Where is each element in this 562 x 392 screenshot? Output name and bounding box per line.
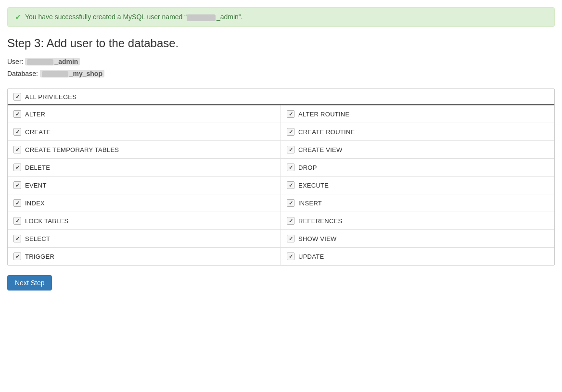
- privilege-cell: LOCK TABLES: [8, 212, 281, 230]
- privilege-cell: SHOW VIEW: [281, 230, 554, 248]
- privilege-checkbox[interactable]: [287, 253, 294, 260]
- privilege-cell: INSERT: [281, 194, 554, 212]
- privilege-label: CREATE: [25, 128, 51, 136]
- user-label: User:: [7, 58, 23, 65]
- meta-info: User: _admin Database: _my_shop: [7, 56, 555, 80]
- privilege-label: INSERT: [298, 200, 322, 207]
- privilege-cell: ALTER: [8, 105, 281, 123]
- privilege-checkbox[interactable]: [13, 181, 21, 189]
- privilege-checkbox[interactable]: [287, 110, 294, 118]
- privilege-checkbox[interactable]: [287, 181, 294, 189]
- privilege-checkbox[interactable]: [13, 128, 21, 136]
- privilege-label: SHOW VIEW: [298, 235, 337, 242]
- database-row: Database: _my_shop: [7, 68, 555, 80]
- privilege-checkbox[interactable]: [13, 199, 21, 207]
- success-message: You have successfully created a MySQL us…: [25, 13, 243, 21]
- privilege-label: UPDATE: [298, 253, 324, 260]
- privilege-cell: EVENT: [8, 177, 281, 194]
- privilege-label: DROP: [298, 164, 317, 171]
- privileges-container: ALL PRIVILEGES ALTER ALTER ROUTINE CREAT…: [7, 89, 555, 266]
- privilege-label: CREATE ROUTINE: [298, 128, 355, 136]
- privilege-label: LOCK TABLES: [25, 217, 69, 225]
- privilege-checkbox[interactable]: [13, 146, 21, 153]
- privilege-cell: CREATE ROUTINE: [281, 123, 554, 141]
- privilege-label: TRIGGER: [25, 253, 54, 260]
- user-row: User: _admin: [7, 56, 555, 68]
- privilege-cell: TRIGGER: [8, 248, 281, 265]
- privilege-label: EVENT: [25, 182, 47, 189]
- privilege-cell: EXECUTE: [281, 177, 554, 194]
- privilege-cell: DELETE: [8, 159, 281, 177]
- privilege-checkbox[interactable]: [287, 199, 294, 207]
- privilege-cell: UPDATE: [281, 248, 554, 265]
- privilege-label: ALTER ROUTINE: [298, 111, 349, 118]
- privilege-checkbox[interactable]: [13, 217, 21, 225]
- privilege-cell: SELECT: [8, 230, 281, 248]
- privilege-cell: CREATE TEMPORARY TABLES: [8, 141, 281, 159]
- privilege-label: INDEX: [25, 200, 45, 207]
- privilege-cell: REFERENCES: [281, 212, 554, 230]
- privilege-label: CREATE TEMPORARY TABLES: [25, 146, 119, 153]
- privilege-checkbox[interactable]: [287, 217, 294, 225]
- privilege-checkbox[interactable]: [13, 110, 21, 118]
- privilege-checkbox[interactable]: [287, 146, 294, 153]
- all-privileges-label: ALL PRIVILEGES: [25, 93, 77, 101]
- privilege-cell: INDEX: [8, 194, 281, 212]
- privilege-label: ALTER: [25, 111, 45, 118]
- all-privileges-row: ALL PRIVILEGES: [8, 89, 554, 105]
- privilege-cell: DROP: [281, 159, 554, 177]
- privilege-label: SELECT: [25, 235, 50, 242]
- privilege-label: REFERENCES: [298, 217, 342, 225]
- privilege-checkbox[interactable]: [13, 164, 21, 171]
- privilege-cell: CREATE: [8, 123, 281, 141]
- privilege-label: CREATE VIEW: [298, 146, 342, 153]
- database-label: Database:: [7, 70, 38, 77]
- privilege-checkbox[interactable]: [287, 164, 294, 171]
- privilege-label: DELETE: [25, 164, 50, 171]
- success-icon: ✔: [15, 13, 21, 22]
- privilege-checkbox[interactable]: [287, 235, 294, 242]
- user-value: _admin: [25, 58, 80, 65]
- privilege-checkbox[interactable]: [13, 253, 21, 260]
- privilege-checkbox[interactable]: [13, 235, 21, 242]
- all-privileges-checkbox[interactable]: [13, 93, 21, 101]
- success-banner: ✔ You have successfully created a MySQL …: [7, 7, 555, 27]
- page-title: Step 3: Add user to the database.: [7, 37, 555, 50]
- privileges-grid: ALTER ALTER ROUTINE CREATE CREATE ROUTIN…: [8, 105, 554, 265]
- privilege-cell: ALTER ROUTINE: [281, 105, 554, 123]
- privilege-checkbox[interactable]: [287, 128, 294, 136]
- privilege-cell: CREATE VIEW: [281, 141, 554, 159]
- database-value: _my_shop: [40, 70, 104, 77]
- privilege-label: EXECUTE: [298, 182, 329, 189]
- next-step-button[interactable]: Next Step: [7, 275, 52, 291]
